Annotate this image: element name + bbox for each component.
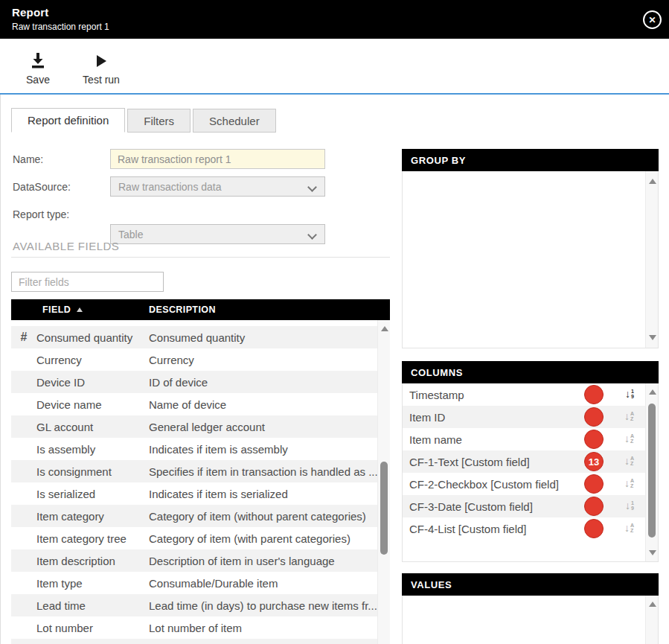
group-by-scrollbar[interactable] bbox=[645, 171, 658, 348]
toolbar: Save Test run bbox=[0, 39, 669, 95]
available-fields-table: FIELD DESCRIPTION # Consumed quantity Co… bbox=[11, 299, 390, 644]
columns-list-item[interactable]: Timestamp ↓ 19 bbox=[403, 383, 646, 406]
close-icon[interactable] bbox=[643, 10, 662, 29]
fields-table-scrollbar[interactable] bbox=[377, 320, 390, 644]
name-label: Name: bbox=[13, 153, 43, 165]
sort-icon[interactable]: ↓ 19 bbox=[625, 500, 634, 511]
scrollbar-thumb[interactable] bbox=[380, 462, 388, 555]
table-row[interactable]: Item type Consumable/Durable item bbox=[11, 572, 390, 594]
count-badge bbox=[584, 474, 604, 494]
tab-scheduler[interactable]: Scheduler bbox=[193, 109, 276, 133]
name-field[interactable] bbox=[110, 149, 325, 169]
count-badge bbox=[584, 385, 604, 404]
column-label: CF-2-Checkbox [Custom field] bbox=[409, 478, 559, 491]
tab-label: Filters bbox=[144, 115, 174, 127]
scroll-up-icon[interactable] bbox=[649, 602, 656, 607]
table-header: FIELD DESCRIPTION bbox=[11, 299, 390, 320]
field-description: Currency bbox=[149, 354, 390, 366]
field-name: Device name bbox=[36, 398, 149, 411]
dialog-title: Report bbox=[12, 6, 657, 19]
table-row[interactable]: Lead time Lead time (in days) to purchas… bbox=[11, 594, 390, 616]
column-label: CF-3-Date [Custom field] bbox=[409, 500, 533, 513]
scroll-down-icon[interactable] bbox=[649, 550, 656, 555]
description-column-header[interactable]: DESCRIPTION bbox=[149, 305, 390, 315]
chevron-down-icon bbox=[307, 182, 317, 192]
column-label: Item ID bbox=[409, 411, 445, 424]
field-name: Is assembly bbox=[36, 443, 149, 456]
tab-filters[interactable]: Filters bbox=[127, 109, 191, 133]
table-row[interactable]: # Consumed quantity Consumed quantity bbox=[11, 326, 390, 348]
filter-fields-input[interactable] bbox=[11, 272, 164, 292]
save-button-label: Save bbox=[21, 74, 55, 86]
report-type-label: Report type: bbox=[13, 208, 69, 220]
field-name: Is serialized bbox=[36, 488, 149, 500]
field-description: Category of item (with parent categories… bbox=[149, 532, 390, 545]
available-fields-heading: AVAILABLE FIELDS bbox=[13, 240, 119, 252]
scroll-up-icon[interactable] bbox=[381, 326, 388, 331]
sort-icon[interactable]: ↓ 19 bbox=[625, 388, 634, 400]
field-column-header[interactable]: FIELD bbox=[36, 305, 149, 315]
values-heading: VALUES bbox=[402, 573, 659, 596]
table-row[interactable]: GL account General ledger account bbox=[11, 415, 390, 438]
table-row[interactable]: Item description Description of item in … bbox=[11, 549, 390, 572]
tab-bar: Report definition Filters Scheduler bbox=[11, 108, 278, 133]
field-name: Consumed quantity bbox=[36, 331, 149, 344]
test-run-button[interactable]: Test run bbox=[77, 50, 125, 86]
count-badge bbox=[584, 497, 604, 516]
table-row[interactable]: Is serialized Indicates if item is seria… bbox=[11, 482, 390, 505]
table-row[interactable]: Is assembly Indicates if item is assembl… bbox=[11, 438, 390, 460]
field-description: Lot number of item bbox=[149, 622, 390, 634]
count-badge: 13 bbox=[584, 452, 604, 471]
sort-icon[interactable]: ↓ AZ bbox=[624, 433, 634, 444]
columns-heading: COLUMNS bbox=[402, 361, 659, 383]
tab-report-definition[interactable]: Report definition bbox=[11, 108, 125, 133]
table-row-clipped[interactable] bbox=[11, 639, 390, 644]
field-name: Item type bbox=[36, 577, 149, 590]
field-description: Specifies if item in transaction is hand… bbox=[149, 465, 390, 478]
scroll-down-icon[interactable] bbox=[649, 335, 656, 340]
columns-list: Timestamp ↓ 19 Item ID ↓ AZ Item name ↓ … bbox=[402, 383, 659, 562]
report-type-select[interactable]: Table bbox=[110, 224, 325, 244]
values-scrollbar[interactable] bbox=[645, 596, 658, 644]
field-description: Lead time (in days) to purchase new item… bbox=[149, 599, 390, 612]
count-badge bbox=[584, 519, 604, 538]
columns-list-item[interactable]: CF-3-Date [Custom field] ↓ 19 bbox=[403, 495, 646, 517]
sort-icon[interactable]: ↓ AZ bbox=[624, 455, 634, 467]
table-row[interactable]: Item category Category of item (without … bbox=[11, 505, 390, 527]
field-name: Lead time bbox=[36, 599, 149, 612]
table-row[interactable]: Device ID ID of device bbox=[11, 371, 390, 393]
columns-rows: Timestamp ↓ 19 Item ID ↓ AZ Item name ↓ … bbox=[403, 383, 658, 540]
sort-icon[interactable]: ↓ AZ bbox=[624, 410, 634, 422]
count-badge bbox=[584, 430, 604, 449]
field-name: Device ID bbox=[36, 376, 149, 389]
table-row[interactable]: Lot number Lot number of item bbox=[11, 616, 390, 639]
table-row[interactable]: Currency Currency bbox=[11, 348, 390, 371]
group-by-heading: GROUP BY bbox=[402, 149, 659, 171]
table-row[interactable]: Item category tree Category of item (wit… bbox=[11, 527, 390, 549]
datasource-select[interactable]: Raw transactions data bbox=[110, 176, 325, 197]
table-row[interactable]: Device name Name of device bbox=[11, 393, 390, 415]
tab-label: Scheduler bbox=[209, 115, 260, 127]
sort-icon[interactable]: ↓ AZ bbox=[624, 477, 634, 489]
values-list[interactable] bbox=[402, 596, 659, 644]
field-name: Lot number bbox=[36, 622, 149, 634]
columns-list-item[interactable]: CF-4-List [Custom field] ↓ AZ bbox=[403, 517, 646, 540]
sort-icon[interactable]: ↓ AZ bbox=[624, 522, 634, 534]
scroll-up-icon[interactable] bbox=[649, 179, 656, 184]
save-button[interactable]: Save bbox=[21, 50, 55, 86]
columns-list-item[interactable]: CF-2-Checkbox [Custom field] ↓ AZ bbox=[403, 473, 646, 495]
chevron-down-icon bbox=[307, 230, 317, 240]
columns-scrollbar[interactable] bbox=[645, 383, 658, 561]
scrollbar-thumb[interactable] bbox=[648, 404, 656, 538]
field-name: Item description bbox=[36, 555, 149, 567]
table-row[interactable]: Is consignment Specifies if item in tran… bbox=[11, 460, 390, 482]
columns-list-item[interactable]: Item name ↓ AZ bbox=[403, 428, 646, 450]
columns-list-item[interactable]: Item ID ↓ AZ bbox=[403, 406, 646, 428]
field-name: Is consignment bbox=[36, 465, 149, 478]
field-name: GL account bbox=[36, 421, 149, 433]
group-by-list[interactable] bbox=[402, 171, 659, 348]
scroll-up-icon[interactable] bbox=[649, 389, 656, 395]
columns-list-item[interactable]: CF-1-Text [Custom field] 13 ↓ AZ bbox=[403, 450, 646, 473]
sort-asc-icon bbox=[77, 307, 83, 312]
field-description: ID of device bbox=[149, 376, 390, 389]
